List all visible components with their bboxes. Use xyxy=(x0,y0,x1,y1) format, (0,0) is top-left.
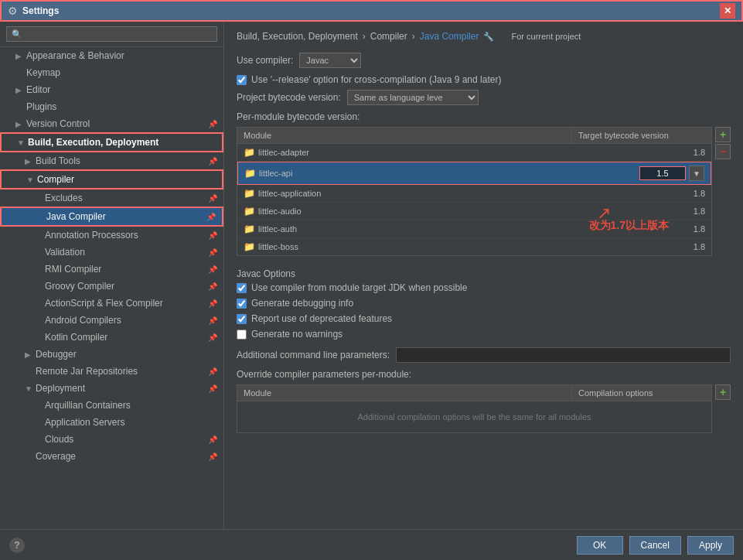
sidebar-item-plugins[interactable]: Plugins xyxy=(0,98,223,115)
sidebar-item-build-tools[interactable]: ▶Build Tools📌 xyxy=(0,152,223,169)
close-button[interactable]: ✕ xyxy=(720,3,735,19)
module-folder-icon-3: 📁 xyxy=(244,206,255,217)
add-module-button[interactable]: + xyxy=(715,127,731,142)
sidebar-item-arquillian[interactable]: Arquillian Containers xyxy=(0,397,223,414)
use-compiler-row: Use compiler: Javac Eclipse xyxy=(237,53,731,68)
override-label: Override compiler parameters per-module: xyxy=(237,369,731,380)
target-col-header: Target bytecode version xyxy=(572,128,711,143)
tree-arrow-deployment: ▼ xyxy=(25,384,34,393)
version-input-1[interactable] xyxy=(639,166,686,180)
settings-icon: ⚙ xyxy=(8,5,18,17)
cancel-button[interactable]: Cancel xyxy=(629,536,681,555)
sidebar-item-actionscript[interactable]: ActionScript & Flex Compiler📌 xyxy=(0,295,223,312)
module-folder-icon-1: 📁 xyxy=(244,168,256,179)
sidebar-label-plugins: Plugins xyxy=(26,101,56,112)
option-label-0: Use compiler from module target JDK when… xyxy=(251,282,467,293)
content-area: Build, Execution, Deployment › Compiler … xyxy=(224,22,743,529)
option-row-3: Generate no warnings xyxy=(237,329,731,340)
javac-options-label: Javac Options xyxy=(237,268,731,279)
module-name-2: littlec-application xyxy=(258,189,321,198)
sidebar-item-remote-jar[interactable]: Remote Jar Repositories📌 xyxy=(0,363,223,380)
sidebar-item-kotlin-compiler[interactable]: Kotlin Compiler📌 xyxy=(0,329,223,346)
release-option-row: Use '--release' option for cross-compila… xyxy=(237,74,731,85)
search-input[interactable] xyxy=(6,26,217,42)
ok-button[interactable]: OK xyxy=(577,536,623,555)
sidebar-item-version-control[interactable]: ▶Version Control📌 xyxy=(0,115,223,132)
sidebar-label-build-tools: Build Tools xyxy=(36,155,80,166)
version-dropdown-1[interactable]: ▼ xyxy=(689,166,704,181)
for-current-icon: 🔧 xyxy=(483,32,494,42)
sidebar-label-appearance: Appearance & Behavior xyxy=(26,50,124,61)
module-name-1: littlec-api xyxy=(259,169,292,178)
sidebar-item-build-execution[interactable]: ▼Build, Execution, Deployment xyxy=(0,132,223,152)
module-version-cell-0: 1.8 xyxy=(572,145,711,160)
module-row-3[interactable]: 📁littlec-audio1.8 xyxy=(237,203,711,220)
breadcrumb: Build, Execution, Deployment › Compiler … xyxy=(237,31,731,42)
module-row-0[interactable]: 📁littlec-adapter1.8 xyxy=(237,144,711,162)
sidebar-item-java-compiler[interactable]: Java Compiler📌 xyxy=(0,207,223,227)
sidebar-label-rmi-compiler: RMI Compiler xyxy=(45,264,101,275)
module-table-container: Module Target bytecode version 📁littlec-… xyxy=(237,127,712,265)
tree-arrow-editor: ▶ xyxy=(15,86,25,94)
help-button[interactable]: ? xyxy=(9,538,25,553)
module-version-cell-3: 1.8 xyxy=(572,203,711,219)
sidebar-item-debugger[interactable]: ▶Debugger xyxy=(0,346,223,363)
sidebar-item-keymap[interactable]: Keymap xyxy=(0,64,223,81)
module-row-1[interactable]: 📁littlec-api▼ xyxy=(237,162,711,185)
use-compiler-select[interactable]: Javac Eclipse xyxy=(299,53,361,68)
sidebar-item-rmi-compiler[interactable]: RMI Compiler📌 xyxy=(0,261,223,278)
sidebar-label-groovy-compiler: Groovy Compiler xyxy=(45,281,114,292)
bytecode-version-row: Project bytecode version: Same as langua… xyxy=(237,90,731,105)
bytecode-version-select[interactable]: Same as language leve 1.5 1.6 1.7 1.8 xyxy=(347,90,479,105)
sidebar-pin-icon-coverage: 📌 xyxy=(208,452,217,461)
option-checkbox-3[interactable] xyxy=(237,330,247,340)
sidebar-item-compiler[interactable]: ▼Compiler xyxy=(0,169,223,190)
module-row-5[interactable]: 📁littlec-boss1.8 xyxy=(237,238,711,255)
option-label-1: Generate debugging info xyxy=(251,298,353,309)
sidebar-item-appearance[interactable]: ▶Appearance & Behavior xyxy=(0,47,223,64)
sidebar-item-clouds[interactable]: Clouds📌 xyxy=(0,431,223,448)
sidebar-item-android-compilers[interactable]: Android Compilers📌 xyxy=(0,312,223,329)
module-rows: 📁littlec-adapter1.8📁littlec-api▼📁littlec… xyxy=(237,144,711,255)
additional-params-input[interactable] xyxy=(396,347,731,363)
module-name-cell-1: 📁littlec-api xyxy=(238,165,571,182)
table-actions: + − xyxy=(715,127,731,159)
sidebar-label-remote-jar: Remote Jar Repositories xyxy=(36,366,138,377)
sidebar-label-version-control: Version Control xyxy=(26,118,90,129)
additional-params-row: Additional command line parameters: xyxy=(237,347,731,363)
sidebar-item-excludes[interactable]: Excludes📌 xyxy=(0,190,223,207)
sidebar-item-coverage[interactable]: Coverage📌 xyxy=(0,448,223,465)
sidebar-label-keymap: Keymap xyxy=(26,67,60,78)
option-checkbox-0[interactable] xyxy=(237,283,247,293)
sidebar-label-editor: Editor xyxy=(26,84,50,95)
sidebar-label-java-compiler: Java Compiler xyxy=(46,211,106,222)
module-name-0: littlec-adapter xyxy=(258,148,309,157)
add-override-button[interactable]: + xyxy=(715,384,731,400)
use-compiler-label: Use compiler: xyxy=(237,55,293,66)
sidebar-item-application-servers[interactable]: Application Servers xyxy=(0,414,223,431)
sidebar-label-compiler: Compiler xyxy=(37,174,74,185)
option-checkbox-2[interactable] xyxy=(237,314,247,324)
release-option-checkbox[interactable] xyxy=(237,75,247,85)
sidebar-item-validation[interactable]: Validation📌 xyxy=(0,244,223,261)
module-version-cell-1: ▼ xyxy=(571,162,711,184)
remove-module-button[interactable]: − xyxy=(715,144,731,159)
sidebar-label-debugger: Debugger xyxy=(36,349,77,360)
option-checkbox-1[interactable] xyxy=(237,299,247,309)
sidebar-item-deployment[interactable]: ▼Deployment📌 xyxy=(0,380,223,397)
module-row-2[interactable]: 📁littlec-application1.8 xyxy=(237,185,711,203)
sidebar-item-groovy-compiler[interactable]: Groovy Compiler📌 xyxy=(0,278,223,295)
override-empty-msg: Additional compilation options will be t… xyxy=(237,401,711,432)
javac-options: Use compiler from module target JDK when… xyxy=(237,282,731,340)
sidebar-item-editor[interactable]: ▶Editor xyxy=(0,81,223,98)
arrow-icon: ↗ xyxy=(597,203,611,224)
sidebar-label-validation: Validation xyxy=(45,247,85,258)
version-value-0: 1.8 xyxy=(694,148,705,157)
apply-button[interactable]: Apply xyxy=(687,536,734,555)
sidebar-label-build-execution: Build, Execution, Deployment xyxy=(28,137,158,148)
sidebar-item-annotation-processors[interactable]: Annotation Processors📌 xyxy=(0,227,223,244)
search-bar xyxy=(0,22,223,47)
breadcrumb-sep2: › xyxy=(412,31,415,42)
sidebar-label-coverage: Coverage xyxy=(36,451,76,462)
module-name-cell-2: 📁littlec-application xyxy=(237,185,572,202)
